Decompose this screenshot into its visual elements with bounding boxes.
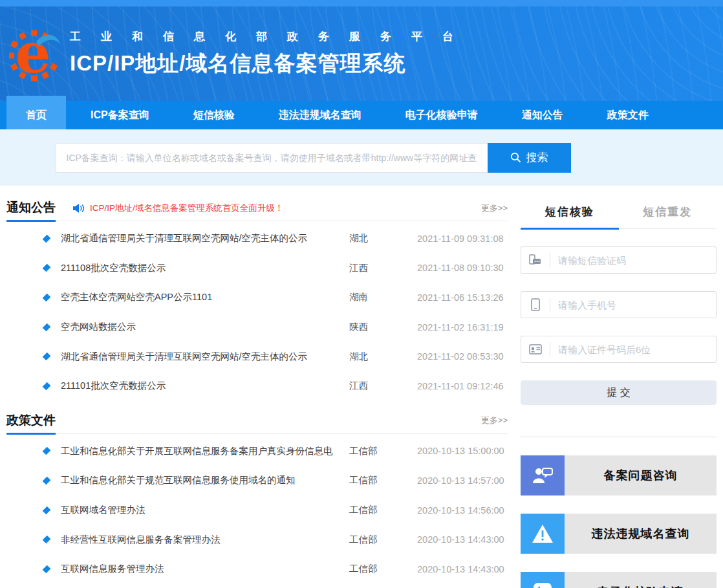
diamond-bullet-icon bbox=[43, 565, 51, 573]
policy-title: 工业和信息化部关于开展互联网信息服务备案用户真实身份信息电 bbox=[61, 445, 349, 457]
announcement-banner[interactable]: ICP/IP地址/域名信息备案管理系统首页全面升级！ bbox=[72, 202, 283, 214]
sms-code-input[interactable] bbox=[550, 255, 716, 266]
notice-title: 211108批次空壳数据公示 bbox=[61, 262, 349, 274]
policy-source: 工信部 bbox=[349, 534, 417, 546]
warning-icon bbox=[521, 514, 565, 554]
policy-row[interactable]: 非经营性互联网信息服务备案管理办法 工信部 2020-10-13 14:43:0… bbox=[6, 525, 508, 554]
search-button-label: 搜索 bbox=[526, 150, 548, 165]
notices-section-header: 通知公告 ICP/IP地址/域名信息备案管理系统首页全面升级！ 更多>> bbox=[6, 195, 508, 221]
policies-list: 工业和信息化部关于开展互联网信息服务备案用户真实身份信息电 工信部 2020-1… bbox=[6, 437, 508, 584]
transfer-icon bbox=[521, 572, 565, 588]
policy-time: 2020-10-13 15:00:00 bbox=[417, 446, 508, 456]
diamond-bullet-icon bbox=[43, 234, 51, 243]
policy-title: 工业和信息化部关于规范互联网信息服务使用域名的通知 bbox=[61, 474, 349, 486]
diamond-bullet-icon bbox=[43, 536, 51, 544]
policy-source: 工信部 bbox=[349, 563, 417, 575]
notice-region: 湖北 bbox=[349, 351, 417, 363]
nav-item-illegal-domain-query[interactable]: 违法违规域名查询 bbox=[259, 101, 381, 129]
notice-region: 湖北 bbox=[349, 232, 417, 245]
notice-region: 江西 bbox=[349, 262, 417, 274]
nav-item-e-verification[interactable]: 电子化核验申请 bbox=[386, 101, 497, 129]
notice-title: 空壳主体空壳网站空壳APP公示1101 bbox=[61, 291, 349, 303]
notice-row[interactable]: 211108批次空壳数据公示 江西 2021-11-08 09:10:30 bbox=[6, 254, 508, 283]
notice-row[interactable]: 211101批次空壳数据公示 江西 2021-11-01 09:12:46 bbox=[6, 371, 508, 401]
diamond-bullet-icon bbox=[43, 353, 51, 361]
nav-item-home[interactable]: 首页 bbox=[6, 96, 66, 129]
icp-gear-logo-icon: e bbox=[9, 21, 61, 88]
search-icon bbox=[510, 152, 521, 163]
content-column: 通知公告 ICP/IP地址/域名信息备案管理系统首页全面升级！ 更多>> 湖北省… bbox=[6, 195, 508, 588]
policy-time: 2020-10-13 14:57:00 bbox=[417, 475, 508, 486]
policies-more-link[interactable]: 更多>> bbox=[481, 415, 508, 426]
site-header: e 工业和信息化部政务服务平台 ICP/IP地址/域名信息备案管理系统 bbox=[0, 6, 723, 101]
diamond-bullet-icon bbox=[43, 323, 51, 331]
policy-source: 工信部 bbox=[349, 445, 417, 457]
tab-sms-verify[interactable]: 短信核验 bbox=[521, 195, 619, 230]
diamond-bullet-icon bbox=[43, 264, 51, 272]
notice-title: 湖北省通信管理局关于清理互联网空壳网站/空壳主体的公示 bbox=[61, 351, 349, 363]
policy-title: 非经营性互联网信息服务备案管理办法 bbox=[61, 534, 349, 546]
notice-time: 2021-11-08 09:10:30 bbox=[417, 263, 508, 273]
notice-title: 湖北省通信管理局关于清理互联网空壳网站/空壳主体的公示 bbox=[61, 232, 349, 245]
notice-title: 211101批次空壳数据公示 bbox=[61, 380, 349, 392]
quick-link-label: 备案问题咨询 bbox=[565, 455, 717, 495]
diamond-bullet-icon bbox=[43, 294, 51, 302]
policy-source: 工信部 bbox=[349, 474, 417, 486]
notice-time: 2021-11-09 09:31:08 bbox=[417, 234, 508, 244]
policy-row[interactable]: 工业和信息化部关于规范互联网信息服务使用域名的通知 工信部 2020-10-13… bbox=[6, 466, 508, 495]
notices-title: 通知公告 bbox=[6, 195, 56, 222]
diamond-bullet-icon bbox=[43, 506, 51, 514]
sms-tabs: 短信核验 短信重发 bbox=[521, 195, 717, 229]
diamond-bullet-icon bbox=[43, 477, 51, 485]
notice-row[interactable]: 空壳网站数据公示 陕西 2021-11-02 16:31:19 bbox=[6, 312, 508, 342]
sms-code-field-wrap bbox=[521, 246, 717, 274]
search-button[interactable]: 搜索 bbox=[488, 143, 571, 173]
policy-time: 2020-10-13 14:56:00 bbox=[417, 505, 508, 516]
policy-title: 互联网信息服务管理办法 bbox=[61, 563, 349, 575]
notice-region: 湖南 bbox=[349, 291, 417, 303]
svg-text:e: e bbox=[16, 21, 51, 85]
notice-row[interactable]: 湖北省通信管理局关于清理互联网空壳网站/空壳主体的公示 湖北 2021-11-0… bbox=[6, 224, 508, 254]
policy-time: 2020-10-13 14:43:00 bbox=[417, 534, 508, 545]
search-input[interactable] bbox=[56, 143, 488, 173]
notice-region: 江西 bbox=[349, 380, 417, 392]
notice-row[interactable]: 湖北省通信管理局关于清理互联网空壳网站/空壳主体的公示 湖北 2021-11-0… bbox=[6, 342, 508, 371]
phone-field-wrap bbox=[521, 291, 717, 318]
sidebar-divider bbox=[521, 437, 717, 437]
diamond-bullet-icon bbox=[43, 447, 51, 455]
notice-time: 2021-11-02 16:31:19 bbox=[417, 322, 508, 332]
id-number-input[interactable] bbox=[550, 344, 716, 355]
nav-item-icp-query[interactable]: ICP备案查询 bbox=[71, 101, 169, 129]
notice-row[interactable]: 空壳主体空壳网站空壳APP公示1101 湖南 2021-11-06 15:13:… bbox=[6, 283, 508, 312]
page-title: ICP/IP地址/域名信息备案管理系统 bbox=[70, 49, 473, 78]
policy-title: 互联网域名管理办法 bbox=[61, 504, 349, 516]
id-card-icon bbox=[521, 342, 550, 356]
policy-row[interactable]: 工业和信息化部关于开展互联网信息服务备案用户真实身份信息电 工信部 2020-1… bbox=[6, 437, 508, 466]
nav-item-policies[interactable]: 政策文件 bbox=[588, 101, 668, 129]
phone-icon bbox=[521, 298, 550, 312]
tab-sms-resend[interactable]: 短信重发 bbox=[619, 195, 717, 228]
notice-time: 2021-11-06 15:13:26 bbox=[417, 292, 508, 303]
notice-title: 空壳网站数据公示 bbox=[61, 321, 349, 333]
policy-row[interactable]: 互联网域名管理办法 工信部 2020-10-13 14:56:00 bbox=[6, 495, 508, 525]
quick-link-illegal-domain[interactable]: 违法违规域名查询 bbox=[521, 514, 717, 554]
nav-item-sms-verify[interactable]: 短信核验 bbox=[174, 101, 254, 129]
quick-link-consult[interactable]: 备案问题咨询 bbox=[521, 455, 717, 495]
submit-button[interactable]: 提 交 bbox=[521, 380, 717, 405]
consult-icon bbox=[521, 455, 565, 495]
id-card-field-wrap bbox=[521, 336, 717, 363]
notice-region: 陕西 bbox=[349, 321, 417, 333]
policy-row[interactable]: 互联网信息服务管理办法 工信部 2020-10-13 14:43:00 bbox=[6, 554, 508, 584]
phone-input[interactable] bbox=[550, 299, 716, 310]
diamond-bullet-icon bbox=[43, 382, 51, 390]
policy-time: 2020-10-13 14:43:00 bbox=[417, 564, 508, 574]
notices-list: 湖北省通信管理局关于清理互联网空壳网站/空壳主体的公示 湖北 2021-11-0… bbox=[6, 224, 508, 401]
policy-source: 工信部 bbox=[349, 504, 417, 516]
nav-item-notices[interactable]: 通知公告 bbox=[502, 101, 583, 129]
quick-link-label: 电子化核验申请 bbox=[565, 572, 717, 588]
sms-code-icon bbox=[521, 253, 550, 267]
announcement-text: ICP/IP地址/域名信息备案管理系统首页全面升级！ bbox=[90, 202, 283, 214]
quick-link-e-verification[interactable]: 电子化核验申请 bbox=[521, 572, 717, 588]
notices-more-link[interactable]: 更多>> bbox=[481, 202, 508, 214]
top-strip bbox=[0, 0, 723, 6]
